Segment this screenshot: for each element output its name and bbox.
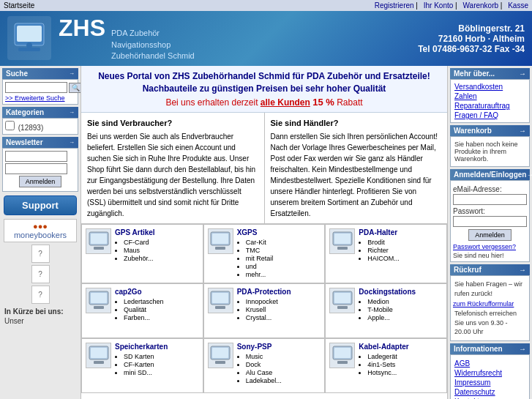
product-info: GPS ArtikelCF-CardMausZubehör...	[115, 228, 199, 263]
info-title: Informationen →	[450, 343, 530, 354]
info-list-item[interactable]: Impressum	[454, 378, 525, 387]
product-list-item: Crystal...	[246, 314, 321, 321]
product-list: Car-KitTMCmit Retailundmehr...	[237, 239, 321, 278]
cart-link[interactable]: Warenkorb	[463, 1, 499, 10]
svg-rect-29	[334, 348, 351, 358]
product-cell[interactable]: DockingstationsMedionT-MobileApple...	[325, 283, 447, 338]
email-input[interactable]	[453, 194, 527, 205]
product-grid: GPS ArtikelCF-CardMausZubehör...XGPSCar-…	[81, 224, 447, 393]
forgot-password-link[interactable]: Passwort vergessen?	[453, 243, 527, 250]
account-link[interactable]: Ihr Konto	[424, 1, 454, 10]
info-list-item[interactable]: Widerrufsrecht	[454, 368, 525, 378]
warenkorb-section: Warenkorb → Sie haben noch keine Produkt…	[450, 125, 530, 167]
product-list-item: mehr...	[246, 271, 321, 278]
product-title[interactable]: Kabel-Adapter	[359, 343, 443, 351]
zahlen-link[interactable]: Zahlen	[453, 92, 527, 101]
product-title[interactable]: Speicherkarten	[115, 343, 199, 351]
svg-rect-11	[334, 234, 351, 244]
product-cell[interactable]: SpeicherkartenSD KartenCF-Kartenmini SD.…	[81, 338, 203, 393]
product-info: DockingstationsMedionT-MobileApple...	[359, 288, 443, 322]
product-list-item: Ledertaschen	[124, 298, 199, 305]
ruckruf-form-link[interactable]: zum Rückrufformular	[453, 300, 514, 307]
newsletter-submit-button[interactable]: Anmelden	[19, 176, 62, 187]
contact-line3: Tel 07486-9637-32 Fax -34	[418, 44, 525, 54]
product-list-item: Qualität	[124, 306, 199, 313]
category-checkbox[interactable]	[5, 121, 15, 130]
search-input[interactable]	[5, 82, 67, 93]
info-list-item[interactable]: Datenschutz	[454, 387, 525, 397]
anmelden-button[interactable]: Anmelden	[468, 229, 512, 241]
product-cell[interactable]: cap2GoLedertaschenQualitätFarben...	[81, 283, 203, 338]
advanced-search-link[interactable]: >> Erweiterte Suche	[5, 94, 75, 102]
search-section: Suche → 🔍 >> Erweiterte Suche	[2, 68, 78, 105]
product-cell[interactable]: PDA-HalterBroditRichterHAICOM...	[325, 224, 447, 283]
product-list-item: Ladegerät	[367, 353, 443, 360]
content-center: Neues Portal von ZHS Zubehörhandel Schmi…	[80, 66, 448, 399]
categories-section: Kategorien → (12893)	[2, 107, 78, 135]
reparatur-link[interactable]: Reparaturauftrag	[453, 101, 527, 111]
product-title[interactable]: PDA-Protection	[237, 288, 321, 296]
newsletter-name-input[interactable]	[5, 163, 67, 174]
product-title[interactable]: GPS Artikel	[115, 228, 199, 236]
mehr-section: Mehr über... → Versandkosten Zahlen Repa…	[450, 68, 530, 123]
checkout-link[interactable]: Kasse	[508, 1, 528, 10]
product-info: SpeicherkartenSD KartenCF-Kartenmini SD.…	[115, 343, 199, 377]
product-title[interactable]: XGPS	[237, 228, 321, 236]
product-list-item: Music	[246, 353, 321, 360]
support-button[interactable]: Support	[4, 195, 77, 215]
consumer-col: Sie sind Verbraucher? Bei uns werden Sie…	[81, 113, 265, 224]
product-list: Ladegerät4in1-SetsHotsync...	[359, 353, 443, 376]
product-image	[329, 343, 355, 368]
product-title[interactable]: Sony-PSP	[237, 343, 321, 351]
product-list: InnopocketKrusellCrystal...	[237, 298, 321, 321]
top-bar: Startseite Registrieren | Ihr Konto | Wa…	[0, 0, 532, 11]
category-item[interactable]: (12893)	[5, 121, 75, 132]
product-list-item: Medion	[367, 298, 443, 305]
password-input[interactable]	[453, 216, 527, 227]
svg-rect-23	[91, 348, 107, 358]
product-list: BroditRichterHAICOM...	[359, 239, 443, 262]
product-title[interactable]: Dockingstations	[359, 288, 443, 296]
product-title[interactable]: cap2Go	[115, 288, 199, 296]
info-arrow: →	[519, 345, 526, 353]
newsletter-arrow: →	[69, 139, 75, 146]
svg-rect-26	[212, 348, 228, 358]
ruckruf-text2: Telefonisch erreichen Sie uns von 9.30 -…	[453, 307, 527, 338]
product-image	[86, 228, 111, 254]
versandkosten-link[interactable]: Versandkosten	[453, 82, 527, 92]
register-link[interactable]: Registrieren	[375, 1, 414, 10]
warenkorb-title: Warenkorb →	[450, 125, 530, 136]
product-cell[interactable]: Kabel-AdapterLadegerät4in1-SetsHotsync..…	[325, 338, 447, 393]
svg-rect-5	[91, 234, 107, 244]
product-info: Kabel-AdapterLadegerät4in1-SetsHotsync..…	[359, 343, 443, 377]
product-cell[interactable]: Sony-PSPMusicDockAlu CaseLadekabel...	[203, 338, 326, 393]
product-list-item: Brodit	[367, 239, 443, 246]
consumer-title: Sie sind Verbraucher?	[87, 117, 258, 130]
main-wrapper: Suche → 🔍 >> Erweiterte Suche Kategorien…	[0, 66, 532, 399]
categories-title: Kategorien →	[2, 107, 78, 118]
product-list-item: Richter	[367, 247, 443, 254]
product-cell[interactable]: XGPSCar-KitTMCmit Retailundmehr...	[203, 224, 326, 283]
logo-text: ZHS PDA Zubehör Navigationsshop Zubehörh…	[59, 15, 195, 61]
new-user-text: Sie sind neu hier!	[453, 252, 527, 259]
product-image	[86, 288, 111, 313]
mehr-content: Versandkosten Zahlen Reparaturauftrag Fr…	[450, 79, 530, 123]
product-cell[interactable]: GPS ArtikelCF-CardMausZubehör...	[81, 224, 203, 283]
product-cell[interactable]: PDA-ProtectionInnopocketKrusellCrystal..…	[203, 283, 326, 338]
product-list-item: Farben...	[124, 314, 199, 321]
two-col-section: Sie sind Verbraucher? Bei uns werden Sie…	[81, 113, 447, 225]
info-list-item[interactable]: AGB	[454, 359, 525, 368]
dealer-text: Dann erstellen Sie sich Ihren persönlich…	[271, 131, 442, 219]
newsletter-email-input[interactable]	[5, 151, 67, 162]
svg-rect-21	[337, 306, 348, 309]
product-info: PDA-HalterBroditRichterHAICOM...	[359, 228, 443, 263]
faq-link[interactable]: Fragen / FAQ	[453, 111, 527, 120]
small-icon-3[interactable]: ?	[31, 286, 50, 304]
categories-content: (12893)	[2, 118, 78, 135]
product-title[interactable]: PDA-Halter	[359, 228, 443, 236]
small-icon-2[interactable]: ?	[31, 265, 50, 283]
small-icon-1[interactable]: ?	[31, 245, 50, 263]
svg-rect-27	[215, 361, 225, 364]
svg-rect-20	[334, 293, 351, 303]
search-title: Suche →	[2, 68, 78, 79]
